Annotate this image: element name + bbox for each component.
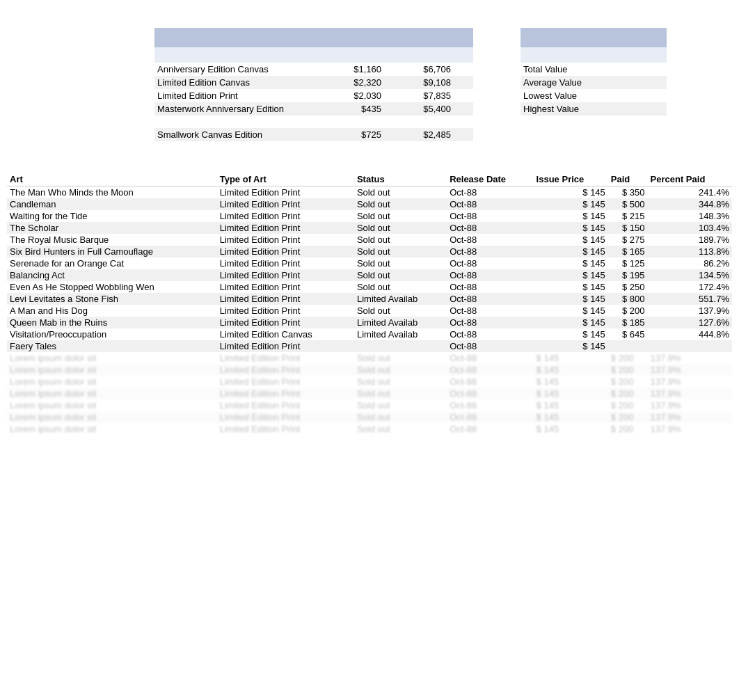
cell-status: Limited Availab: [354, 328, 447, 340]
cell-status: Limited Availab: [354, 293, 447, 305]
table-row: CandlemanLimited Edition PrintSold outOc…: [7, 198, 732, 210]
cell-issue: $ 145: [534, 257, 608, 269]
cell-art: Even As He Stopped Wobbling Wen: [7, 281, 217, 293]
cell-status: Sold out: [354, 198, 447, 210]
th-pct: Percent Paid: [648, 173, 732, 186]
cell-art: The Scholar: [7, 222, 217, 234]
cell-status: Sold out: [354, 186, 447, 199]
cell-status: Sold out: [354, 222, 447, 234]
table-row: Levi Levitates a Stone FishLimited Editi…: [7, 293, 732, 305]
cell-blurred: Limited Edition Print: [217, 352, 354, 364]
cell-blurred: $ 200: [608, 352, 648, 364]
cell-art: Faery Tales: [7, 340, 217, 352]
cell-status: Sold out: [354, 246, 447, 257]
cell-blurred: Sold out: [354, 423, 447, 435]
stat-lowest-label: Lowest Value: [523, 90, 577, 101]
summary-row-3-issue: $435: [315, 104, 384, 114]
cell-issue: $ 145: [534, 305, 608, 317]
table-row-blurred: Lorem ipsum dolor sitLimited Edition Pri…: [7, 399, 732, 411]
cell-pct: 86.2%: [648, 257, 732, 269]
cell-type: Limited Edition Print: [217, 305, 354, 317]
cell-paid: $ 125: [608, 257, 648, 269]
cell-type: Limited Edition Print: [217, 222, 354, 234]
table-row: Faery TalesLimited Edition PrintOct-88$ …: [7, 340, 732, 352]
cell-type: Limited Edition Print: [217, 198, 354, 210]
stat-highest-label: Highest Value: [523, 104, 579, 114]
cell-issue: $ 145: [534, 328, 608, 340]
cell-blurred: $ 200: [608, 411, 648, 423]
cell-issue: $ 145: [534, 281, 608, 293]
cell-type: Limited Edition Print: [217, 293, 354, 305]
table-row-blurred: Lorem ipsum dolor sitLimited Edition Pri…: [7, 411, 732, 423]
table-row: The ScholarLimited Edition PrintSold out…: [7, 222, 732, 234]
cell-blurred: $ 200: [608, 423, 648, 435]
cell-pct: 148.3%: [648, 210, 732, 222]
summary-subheader-left: [154, 47, 473, 63]
cell-release: Oct-88: [447, 210, 533, 222]
table-row-blurred: Lorem ipsum dolor sitLimited Edition Pri…: [7, 352, 732, 364]
cell-blurred: Lorem ipsum dolor sit: [7, 423, 217, 435]
cell-blurred: $ 145: [534, 423, 608, 435]
cell-blurred: $ 200: [608, 388, 648, 399]
summary-band-right: [521, 28, 667, 47]
cell-blurred: Sold out: [354, 364, 447, 376]
th-issue: Issue Price: [534, 173, 608, 186]
cell-type: Limited Edition Print: [217, 269, 354, 281]
cell-pct: [648, 340, 732, 352]
th-status: Status: [354, 173, 447, 186]
cell-paid: [608, 340, 648, 352]
cell-type: Limited Edition Print: [217, 317, 354, 328]
cell-blurred: $ 200: [608, 399, 648, 411]
stats-panel: Total Value Average Value Lowest Value H…: [521, 63, 667, 116]
summary-row-1-type: Limited Edition Canvas: [154, 77, 315, 88]
summary-row-3-type: Masterwork Anniversary Edition: [154, 104, 315, 114]
cell-release: Oct-88: [447, 281, 533, 293]
cell-art: The Royal Music Barque: [7, 234, 217, 246]
cell-blurred: Limited Edition Print: [217, 388, 354, 399]
th-art: Art: [7, 173, 217, 186]
cell-type: Limited Edition Print: [217, 246, 354, 257]
cell-blurred: Sold out: [354, 411, 447, 423]
th-type: Type of Art: [217, 173, 354, 186]
cell-status: Sold out: [354, 257, 447, 269]
cell-status: Sold out: [354, 281, 447, 293]
cell-blurred: Limited Edition Print: [217, 376, 354, 388]
cell-release: Oct-88: [447, 317, 533, 328]
cell-issue: $ 145: [534, 246, 608, 257]
cell-blurred: 137.9%: [648, 411, 732, 423]
main-table-container: Art Type of Art Status Release Date Issu…: [7, 173, 732, 435]
table-row: A Man and His DogLimited Edition PrintSo…: [7, 305, 732, 317]
cell-blurred: Oct-88: [447, 352, 533, 364]
cell-paid: $ 165: [608, 246, 648, 257]
table-header-row: Art Type of Art Status Release Date Issu…: [7, 173, 732, 186]
cell-release: Oct-88: [447, 186, 533, 199]
cell-release: Oct-88: [447, 257, 533, 269]
summary-row-5-current: $2,485: [384, 129, 454, 140]
cell-art: Queen Mab in the Ruins: [7, 317, 217, 328]
cell-blurred: $ 145: [534, 399, 608, 411]
cell-blurred: Limited Edition Print: [217, 364, 354, 376]
cell-issue: $ 145: [534, 317, 608, 328]
cell-blurred: Lorem ipsum dolor sit: [7, 364, 217, 376]
cell-blurred: 137.9%: [648, 376, 732, 388]
cell-blurred: Oct-88: [447, 388, 533, 399]
cell-pct: 241.4%: [648, 186, 732, 199]
cell-type: Limited Edition Print: [217, 210, 354, 222]
cell-pct: 444.8%: [648, 328, 732, 340]
cell-pct: 551.7%: [648, 293, 732, 305]
cell-paid: $ 800: [608, 293, 648, 305]
cell-blurred: Sold out: [354, 399, 447, 411]
th-paid: Paid: [608, 173, 648, 186]
cell-art: Waiting for the Tide: [7, 210, 217, 222]
cell-status: Limited Availab: [354, 317, 447, 328]
cell-blurred: $ 145: [534, 352, 608, 364]
cell-release: Oct-88: [447, 293, 533, 305]
cell-blurred: Lorem ipsum dolor sit: [7, 399, 217, 411]
summary-band-left: [154, 28, 473, 47]
cell-type: Limited Edition Print: [217, 234, 354, 246]
cell-type: Limited Edition Print: [217, 281, 354, 293]
main-table-body: The Man Who Minds the MoonLimited Editio…: [7, 186, 732, 436]
cell-art: A Man and His Dog: [7, 305, 217, 317]
cell-paid: $ 195: [608, 269, 648, 281]
cell-type: Limited Edition Print: [217, 340, 354, 352]
